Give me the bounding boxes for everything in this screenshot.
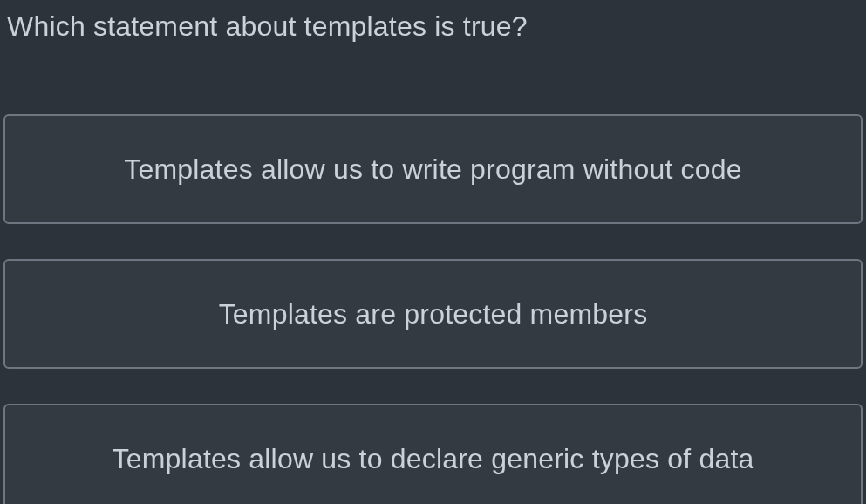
option-label: Templates allow us to declare generic ty… — [113, 443, 754, 475]
option-button-3[interactable]: Templates allow us to declare generic ty… — [3, 404, 863, 504]
option-button-1[interactable]: Templates allow us to write program with… — [3, 114, 863, 224]
question-text: Which statement about templates is true? — [0, 0, 866, 43]
options-container: Templates allow us to write program with… — [0, 114, 866, 504]
option-label: Templates are protected members — [219, 298, 648, 330]
option-label: Templates allow us to write program with… — [124, 153, 742, 186]
option-button-2[interactable]: Templates are protected members — [3, 259, 863, 369]
